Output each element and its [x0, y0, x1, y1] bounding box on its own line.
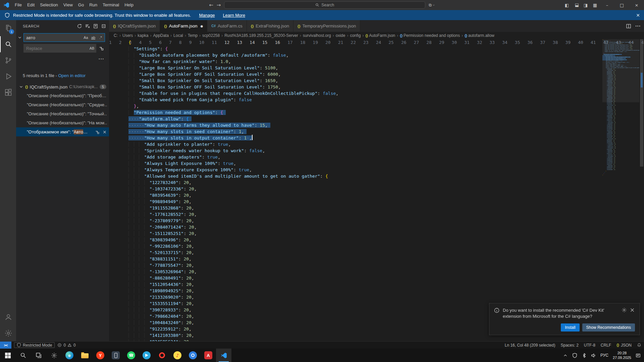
- menu-view[interactable]: View: [61, 0, 75, 10]
- search-result-row[interactable]: "Отображаемое имя": "Авто…: [16, 127, 109, 136]
- code-line[interactable]: "2133269020": 20,: [128, 294, 602, 300]
- search-result-row[interactable]: "Описание (Необязательно)": "Преоб…: [16, 91, 109, 100]
- open-in-editor-link[interactable]: Open in editor: [58, 73, 86, 78]
- tab-ExtraFishing.json[interactable]: {}ExtraFishing.json: [247, 20, 293, 32]
- breadcrumb-item[interactable]: AppData: [153, 33, 169, 38]
- code-line[interactable]: "Settings": {: [128, 46, 602, 52]
- telegram-button[interactable]: [139, 349, 154, 362]
- tab-AutoFarm.json[interactable]: {}AutoFarm.json●: [160, 20, 207, 32]
- minimize-button[interactable]: –: [600, 0, 614, 10]
- open-new-search-editor-icon[interactable]: [93, 23, 98, 29]
- activity-run-debug[interactable]: [0, 68, 16, 84]
- code-line[interactable]: "-992286106": 20,: [128, 243, 602, 249]
- banner-close-icon[interactable]: ×: [636, 12, 640, 18]
- breadcrumb-item[interactable]: Users: [122, 33, 133, 38]
- breadcrumb-item[interactable]: Temp: [188, 33, 198, 38]
- code-line[interactable]: "Sprinkler needs water hookup to work": …: [128, 147, 602, 154]
- code-line[interactable]: {: [128, 39, 602, 46]
- account-button[interactable]: [0, 309, 16, 325]
- activity-search[interactable]: [0, 36, 16, 52]
- code-line[interactable]: ······"How many slots in seed container"…: [128, 128, 602, 135]
- remote-indicator[interactable]: ><: [0, 342, 11, 349]
- whatsapp-button[interactable]: ☎: [123, 349, 139, 362]
- problems-status[interactable]: 0 0: [55, 342, 78, 349]
- code-line[interactable]: "Small Box Sprinkler On Soil Saturation …: [128, 77, 602, 84]
- breadcrumb-item[interactable]: kapka: [138, 33, 148, 38]
- language-mode-status[interactable]: {}JSON: [614, 342, 634, 349]
- code-editor[interactable]: 1234567891011121314151617181920212223242…: [109, 39, 644, 341]
- code-line[interactable]: "-886280491": 20,: [128, 275, 602, 281]
- split-editor-icon[interactable]: [626, 23, 631, 29]
- menu-file[interactable]: File: [12, 0, 24, 10]
- code-line[interactable]: "Allowed seed itemID's and multiplier am…: [128, 173, 602, 179]
- code-line[interactable]: "-2084071424": 20,: [128, 224, 602, 230]
- code-line[interactable]: "Add storage adapters": true,: [128, 154, 602, 160]
- code-line[interactable]: "830839496": 20,: [128, 237, 602, 243]
- editor-scrollbar[interactable]: [639, 39, 644, 341]
- code-line[interactable]: "838831151": 20,: [128, 256, 602, 262]
- toggle-replace-icon[interactable]: [17, 35, 23, 41]
- banner-learn-more-link[interactable]: Learn More: [223, 13, 245, 18]
- search-result-row[interactable]: "Описание (Необязательно)": "Точный…: [16, 109, 109, 118]
- phone-link-button[interactable]: [108, 349, 123, 362]
- nav-back-icon[interactable]: ←: [209, 2, 213, 8]
- camera-app-button[interactable]: [185, 349, 201, 362]
- nav-forward-icon[interactable]: →: [217, 2, 221, 8]
- opera-button[interactable]: [154, 349, 170, 362]
- preserve-case-toggle[interactable]: AB: [89, 45, 95, 52]
- code-line[interactable]: "-1511285251": 20,: [128, 230, 602, 237]
- taskbar-search-button[interactable]: [15, 349, 31, 362]
- command-center-search[interactable]: Search: [224, 1, 425, 9]
- menu-run[interactable]: Run: [87, 0, 100, 10]
- refresh-icon[interactable]: [77, 23, 82, 29]
- code-line[interactable]: "Enable for use in plugins that require …: [128, 90, 602, 97]
- breadcrumb-item[interactable]: scp02258: [202, 33, 220, 38]
- notification-settings-gear-icon[interactable]: [622, 307, 627, 313]
- code-line[interactable]: "-778875547": 20,: [128, 262, 602, 268]
- tray-expand-chevron-icon[interactable]: [563, 353, 568, 358]
- file-explorer-button[interactable]: [77, 349, 93, 362]
- task-view-button[interactable]: [31, 349, 46, 362]
- scrollbar-thumb[interactable]: [640, 39, 643, 167]
- code-line[interactable]: "-520133715": 20,: [128, 249, 602, 256]
- breadcrumb-item[interactable]: {}AutoFarm.json: [365, 33, 395, 38]
- menu-selection[interactable]: Selection: [37, 0, 60, 10]
- code-line[interactable]: "Always Temperature Exposure 100%": true…: [128, 167, 602, 173]
- replace-input[interactable]: [23, 44, 96, 53]
- menu-go[interactable]: Go: [75, 0, 87, 10]
- breadcrumb-item[interactable]: oxide: [336, 33, 345, 38]
- replace-match-icon[interactable]: [94, 129, 100, 135]
- tab-TemporaryPermissions.json[interactable]: {}TemporaryPermissions.json: [293, 20, 360, 32]
- code-line[interactable]: "Large Box Sprinkler OFF Soil Saturation…: [128, 71, 602, 77]
- close-button[interactable]: ×: [629, 0, 644, 10]
- clear-results-icon[interactable]: [85, 23, 90, 29]
- minimap-slider[interactable]: [602, 39, 639, 102]
- code-line[interactable]: ····"autofarm.allow": {: [128, 116, 602, 122]
- code-line[interactable]: "-1037472336": 20,: [128, 186, 602, 192]
- code-lines[interactable]: { "Settings": { "Disable autofarm placem…: [128, 39, 602, 341]
- notification-center-icon[interactable]: [636, 353, 641, 358]
- code-line[interactable]: "Add sprinkler to planter": true,: [128, 141, 602, 147]
- whole-word-toggle[interactable]: ab: [90, 34, 97, 41]
- code-line[interactable]: "-1776128552": 20,: [128, 211, 602, 218]
- security-shield-icon[interactable]: [572, 353, 577, 358]
- code-line[interactable]: "998894949": 20,: [128, 198, 602, 205]
- install-button[interactable]: Install: [561, 323, 579, 331]
- breadcrumb-item[interactable]: config: [350, 33, 361, 38]
- activity-extensions[interactable]: [0, 84, 16, 101]
- volume-icon[interactable]: [591, 353, 596, 358]
- breadcrumb-item[interactable]: Rust%3A185.189.255.215_35200-Server: [224, 33, 298, 38]
- dismiss-match-icon[interactable]: [102, 129, 108, 135]
- code-line[interactable]: "803954639": 20,: [128, 192, 602, 198]
- tab-IQCraftSystem.json[interactable]: {}IQCraftSystem.json: [109, 20, 160, 32]
- code-line[interactable]: "1911552868": 20,: [128, 205, 602, 211]
- code-line[interactable]: "How far can sprinkler water": 1.0,: [128, 58, 602, 65]
- code-line[interactable]: "1512054436": 20,: [128, 281, 602, 288]
- code-line[interactable]: "Enable weed pick from Ganja plugin": fa…: [128, 97, 602, 103]
- code-line[interactable]: "-1305326964": 20,: [128, 268, 602, 275]
- cursor-position-status[interactable]: Ln 16, Col 48 (209 selected): [502, 342, 558, 349]
- code-line[interactable]: "1898094925": 20,: [128, 288, 602, 294]
- collapse-all-icon[interactable]: [101, 23, 106, 29]
- breadcrumb-item[interactable]: survivalhost.org: [303, 33, 331, 38]
- code-line[interactable]: "-237809779": 20,: [128, 218, 602, 224]
